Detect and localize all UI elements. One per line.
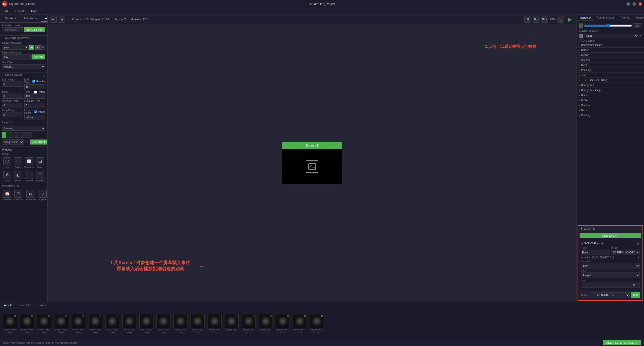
asset-13-close[interactable]: ✕ (236, 315, 238, 317)
delay-input[interactable] (2, 94, 23, 99)
start-value-input[interactable] (2, 82, 23, 87)
asset-7-close[interactable]: ✕ (133, 315, 135, 317)
animation-field-select[interactable]: play (581, 263, 640, 268)
asset-16-close[interactable]: ✕ (287, 315, 289, 317)
asset-16[interactable]: ✕ frames_00016.png (275, 314, 291, 333)
menu-file[interactable]: File (2, 9, 10, 14)
property-type-select[interactable]: Image frame (2, 139, 24, 145)
tab-hierarchy[interactable]: Hierarchy (20, 16, 41, 22)
select-animation-select[interactable]: play (2, 45, 29, 50)
delay-field-input[interactable] (581, 282, 640, 288)
add-animation-button[interactable]: ADD ANIMATION (24, 27, 45, 32)
asset-1-close[interactable]: ✕ (31, 315, 33, 317)
tab-themes[interactable]: Themes (617, 15, 633, 21)
asset-18-close[interactable]: ✕ (321, 315, 323, 317)
clip-corner-checkbox[interactable] (579, 39, 582, 42)
end-value-input[interactable] (24, 84, 46, 89)
play-simulation-button[interactable]: ▶ (566, 16, 574, 22)
action-delete-button[interactable]: 🗑 (637, 256, 640, 259)
ease-curve4-btn[interactable]: ⌣ (27, 132, 32, 138)
add-property-button[interactable]: ADD PROPERTY (30, 140, 48, 145)
redo-button[interactable]: ↪ (59, 16, 65, 23)
test-object-select[interactable]: Image1 (2, 64, 45, 69)
minimize-button[interactable]: ─ (626, 2, 630, 6)
asset-14[interactable]: ✕ frames_00014.png (241, 314, 257, 333)
screen-widget[interactable]: Screen1 (282, 142, 342, 184)
section-sb-background-header[interactable]: ▶ Background (577, 83, 644, 88)
playback-delay-input[interactable] (2, 103, 23, 108)
gradient-select[interactable]: NONE (584, 34, 638, 38)
asset-8-close[interactable]: ✕ (150, 315, 152, 317)
color-swatch[interactable] (579, 23, 583, 28)
widget-arc[interactable]: ◯ Arc (2, 156, 12, 169)
image-set-select[interactable]: frames_ (2, 126, 45, 131)
asset-3-close[interactable]: ✕ (65, 315, 67, 317)
opacity-slider[interactable] (584, 24, 632, 27)
asset-15-close[interactable]: ✕ (270, 315, 272, 317)
asset-0[interactable]: ✕ frames_00000.png (2, 314, 18, 333)
tab-history[interactable]: History (633, 15, 644, 21)
asset-6-close[interactable]: ✕ (116, 315, 118, 317)
widget-calendar[interactable]: 📅 Calendar (2, 189, 12, 202)
menu-export[interactable]: Export (14, 9, 26, 14)
ease-linear-btn[interactable]: / (2, 132, 6, 138)
asset-2-close[interactable]: ✕ (48, 315, 50, 317)
asset-4-close[interactable]: ✕ (82, 315, 84, 317)
asset-9[interactable]: ✕ frames_00009.png (155, 314, 171, 333)
tab-assets[interactable]: Assets (0, 303, 16, 308)
stop-button[interactable]: ■ (35, 45, 40, 50)
section-outline-header[interactable]: ▶ Outline (577, 53, 644, 57)
section-text-header[interactable]: ▶ Text (577, 73, 644, 78)
section-border-header[interactable]: ▶ Border (577, 48, 644, 52)
tab-screens[interactable]: Screens (1, 16, 20, 22)
asset-18[interactable]: ✕ frames_00018.png (309, 314, 325, 333)
delete-image-frame-button[interactable]: 🗑 (43, 74, 45, 77)
add-event-button[interactable]: ADD EVENT (580, 233, 641, 238)
asset-5[interactable]: ✕ frames_00005.png (87, 314, 103, 333)
animation-rename-input[interactable] (2, 54, 31, 59)
widget-button[interactable]: ▭ Button (13, 156, 23, 169)
asset-5-close[interactable]: ✕ (99, 315, 101, 317)
loop-delay-input[interactable] (2, 112, 23, 117)
zoom-out-button[interactable]: 🔍- (533, 16, 539, 23)
asset-17-close[interactable]: ✕ (304, 315, 306, 317)
section-style-scrollbar-header[interactable]: ▼ STYLE (SCROLLBAR) (577, 78, 644, 83)
section-paddings-header[interactable]: ▶ Paddings (577, 68, 644, 73)
ease-curve2-btn[interactable]: ⌣ (14, 132, 19, 138)
target-field-select[interactable]: Image1 (581, 272, 640, 278)
gradient-swatch[interactable] (579, 34, 583, 38)
event-trigger-select[interactable]: SCREEN_LOADED (611, 250, 640, 255)
asset-10[interactable]: ✕ frames_00010.png (172, 314, 189, 333)
opacity-value[interactable]: ### (633, 23, 642, 28)
section-sb-blend-header[interactable]: ▶ Blend (577, 108, 644, 113)
event-name-input[interactable] (581, 250, 610, 255)
asset-12[interactable]: ✕ frames_00012.png (207, 314, 223, 333)
section-sb-border-header[interactable]: ▶ Border (577, 93, 644, 98)
asset-6[interactable]: ✕ frames_00006.png (104, 314, 120, 333)
instant-checkbox[interactable] (34, 91, 37, 94)
time-input[interactable] (24, 94, 46, 99)
section-background-image-header[interactable]: ▶ Background image (577, 43, 644, 47)
animation-name-input[interactable] (2, 27, 23, 32)
tab-animation[interactable]: Animation (41, 16, 48, 22)
close-button[interactable]: ✕ (638, 2, 642, 6)
menu-help[interactable]: Help (30, 9, 39, 14)
add-action-button[interactable]: ADD (631, 292, 640, 298)
asset-2[interactable]: ✕ frames_00002.png (36, 314, 52, 333)
asset-13[interactable]: ✕ frames_00013.png (224, 314, 240, 333)
tab-inspector[interactable]: Inspector (577, 15, 594, 21)
asset-10-close[interactable]: ✕ (185, 315, 187, 317)
relative-checkbox[interactable] (32, 80, 35, 83)
maximize-button[interactable]: □ (632, 2, 636, 6)
widget-panel[interactable]: ◧ Panel (13, 170, 23, 183)
tab-errors[interactable]: Errors (34, 303, 50, 308)
asset-4[interactable]: ✕ frames_00004.png (70, 314, 86, 333)
undo-button[interactable]: ↩ (50, 16, 57, 23)
add-file-button[interactable]: ADD FILE INTO ASSETS (603, 340, 641, 345)
ease-curve3-btn[interactable]: ⌒ (20, 132, 26, 138)
section-shadow-header[interactable]: ▶ Shadow (577, 58, 644, 62)
asset-14-close[interactable]: ✕ (253, 315, 255, 317)
asset-1[interactable]: ✕ frames_00001.png (19, 314, 35, 333)
asset-8[interactable]: ✕ frames_00008.png (138, 314, 154, 333)
asset-11-close[interactable]: ✕ (202, 315, 204, 317)
